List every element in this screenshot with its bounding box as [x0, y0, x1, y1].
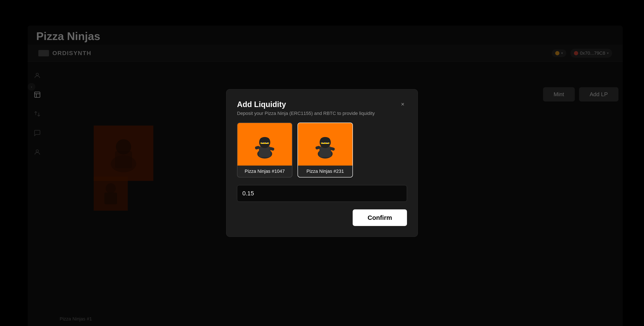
nft-option-1047-label: Pizza Ninjas #1047	[238, 166, 292, 177]
modal-close-button[interactable]: ×	[398, 100, 407, 108]
ninja-svg-231	[314, 129, 337, 159]
modal-subtitle: Deposit your Pizza Ninja (ERC1155) and R…	[237, 111, 375, 116]
confirm-button[interactable]: Confirm	[353, 209, 407, 226]
nft-option-231-label: Pizza Ninjas #231	[298, 166, 352, 177]
nft-option-231-image	[298, 123, 352, 166]
nft-selector: Pizza Ninjas #1047	[237, 123, 407, 177]
modal-header-text: Add Liquidity Deposit your Pizza Ninja (…	[237, 100, 375, 116]
nft-option-1047[interactable]: Pizza Ninjas #1047	[237, 123, 292, 177]
add-liquidity-modal: Add Liquidity Deposit your Pizza Ninja (…	[226, 89, 418, 237]
amount-input[interactable]	[237, 185, 407, 202]
nft-option-231[interactable]: Pizza Ninjas #231	[298, 123, 353, 177]
modal-header: Add Liquidity Deposit your Pizza Ninja (…	[237, 100, 407, 116]
modal-footer: Confirm	[237, 209, 407, 226]
modal-title: Add Liquidity	[237, 100, 375, 109]
ninja-svg-1047	[253, 129, 276, 159]
nft-option-1047-image	[238, 123, 292, 166]
